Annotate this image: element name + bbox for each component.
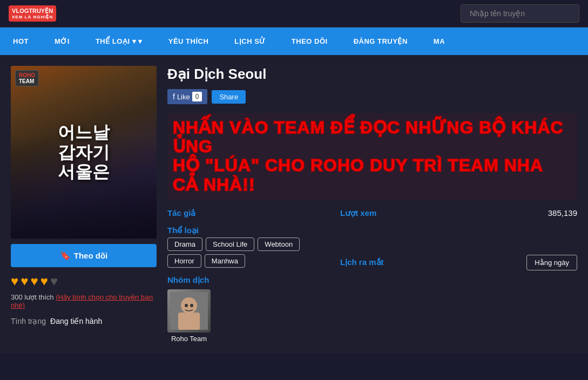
votes-text: 300 lượt thích (Hãy bình chọn cho truyện…	[11, 293, 157, 309]
like-button[interactable]: f Like 0	[167, 89, 207, 104]
group-avatar[interactable]	[167, 289, 211, 332]
tac-gia-row: Tác giả	[167, 208, 329, 218]
manga-cover: ROHOTEAM VLOGTRUYENXEM LÀ NGHIỆN 어느날갑자기서…	[11, 66, 157, 239]
spacer	[340, 226, 577, 247]
luot-xem-row: Lượt xem 385,139	[340, 208, 577, 218]
nav-item-ma[interactable]: MA	[421, 28, 458, 55]
share-button[interactable]: Share	[212, 90, 246, 104]
nav-item-dang-truyen[interactable]: ĐĂNG TRUYỆN	[341, 28, 421, 55]
star-5[interactable]: ♥	[50, 274, 58, 289]
manga-title: Đại Dịch Seoul	[167, 66, 577, 83]
star-3[interactable]: ♥	[31, 274, 38, 289]
right-column: Đại Dịch Seoul f Like 0 Share NHẤN VÀO T…	[167, 66, 577, 343]
luot-xem-value: 385,139	[548, 208, 577, 218]
logo-sub: XEM LÀ NGHIỆN	[12, 15, 53, 20]
facebook-icon: f	[173, 92, 175, 101]
star-2[interactable]: ♥	[21, 274, 28, 289]
logo-text: VLOGTRUYỆN	[12, 8, 53, 15]
logo-icon: VLOGTRUYỆN XEM LÀ NGHIỆN	[9, 5, 56, 22]
cover-badge: ROHOTEAM	[15, 70, 39, 86]
like-count: 0	[192, 92, 202, 101]
promo-line2: HỘ "LÚA" CHO ROHO DUY TRÌ TEAM NHA CẢ NH…	[173, 156, 572, 194]
tag-school-life[interactable]: School Life	[206, 238, 254, 251]
tag-horror[interactable]: Horror	[167, 254, 201, 268]
info-section: Tác giả Thể loại Drama School Life Webto…	[167, 208, 577, 343]
svg-rect-2	[178, 313, 200, 330]
nav: HOT MỚI THỂ LOẠI ▾ YÊU THÍCH LỊCH SỬ THE…	[0, 28, 588, 55]
nav-item-hot[interactable]: HOT	[0, 28, 42, 55]
status-row: Tình trạng Đang tiến hành	[11, 317, 157, 325]
group-area: Roho Team	[167, 289, 329, 343]
star-4[interactable]: ♥	[40, 274, 48, 289]
tag-webtoon[interactable]: Webtoon	[258, 238, 300, 251]
info-right: Lượt xem 385,139 Lịch ra mắt Hằng ngày	[340, 208, 577, 343]
stars-row: ♥ ♥ ♥ ♥ ♥	[11, 274, 157, 289]
lich-ra-mat-row: Lịch ra mắt Hằng ngày	[340, 255, 577, 270]
tag-drama[interactable]: Drama	[167, 238, 202, 251]
group-container[interactable]: Roho Team	[167, 289, 211, 343]
bookmark-icon: 🔖	[60, 250, 71, 261]
svg-point-3	[185, 304, 188, 307]
header: VLOGTRUYỆN XEM LÀ NGHIỆN	[0, 0, 588, 28]
info-left: Tác giả Thể loại Drama School Life Webto…	[167, 208, 329, 343]
search-input[interactable]	[461, 4, 579, 23]
promo-line1: NHẤN VÀO TEAM ĐỂ ĐỌC NHỮNG BỘ KHÁC ỦNG	[173, 118, 572, 156]
nav-item-yeu-thich[interactable]: YÊU THÍCH	[156, 28, 222, 55]
nav-item-moi[interactable]: MỚI	[42, 28, 83, 55]
nav-item-lich-su[interactable]: LỊCH SỬ	[221, 28, 279, 55]
follow-button[interactable]: 🔖 Theo dõi	[11, 244, 157, 267]
group-avatar-inner	[167, 289, 211, 332]
group-name: Roho Team	[167, 335, 211, 343]
social-bar: f Like 0 Share	[167, 89, 577, 104]
logo-area: VLOGTRUYỆN XEM LÀ NGHIỆN	[9, 5, 56, 22]
schedule-button[interactable]: Hằng ngày	[526, 255, 577, 270]
cover-korean-text: 어느날갑자기서울은	[58, 123, 110, 182]
nhom-dich-row: Nhóm dịch	[167, 275, 329, 343]
tags-row: Drama School Life Webtoon Horror Manhwa	[167, 238, 329, 268]
tag-manhwa[interactable]: Manhwa	[205, 254, 245, 268]
nav-item-theo-doi[interactable]: THEO DÕI	[279, 28, 341, 55]
promo-text: NHẤN VÀO TEAM ĐỂ ĐỌC NHỮNG BỘ KHÁC ỦNG H…	[167, 113, 577, 200]
star-1[interactable]: ♥	[11, 274, 18, 289]
svg-point-4	[190, 304, 193, 307]
content-area: ROHOTEAM VLOGTRUYENXEM LÀ NGHIỆN 어느날갑자기서…	[0, 55, 588, 354]
nav-item-the-loai[interactable]: THỂ LOẠI ▾	[83, 28, 156, 55]
the-loai-row: Thể loại Drama School Life Webtoon Horro…	[167, 226, 329, 268]
left-column: ROHOTEAM VLOGTRUYENXEM LÀ NGHIỆN 어느날갑자기서…	[11, 66, 157, 343]
